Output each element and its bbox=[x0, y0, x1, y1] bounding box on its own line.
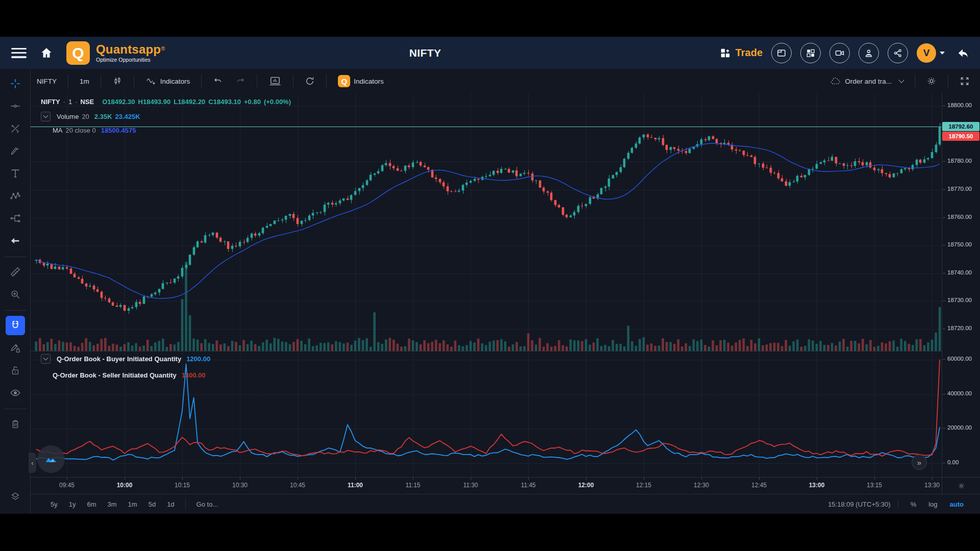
account-menu[interactable]: V bbox=[917, 43, 945, 63]
order-panel-button[interactable]: Order and tra... bbox=[824, 77, 910, 86]
app: Q Quantsapp® Optimize Opportunities NIFT… bbox=[0, 0, 980, 551]
zoom-in-tool[interactable] bbox=[6, 285, 25, 304]
ohlc-low: L18492.20 bbox=[174, 98, 205, 106]
unlock-tool[interactable] bbox=[6, 361, 25, 380]
ohlc-open: O18492.30 bbox=[102, 98, 135, 106]
time-axis-label: 11:15 bbox=[397, 478, 429, 493]
range-button-5d[interactable]: 5d bbox=[143, 500, 161, 508]
time-axis-label: 09:45 bbox=[51, 478, 83, 493]
settings-button[interactable] bbox=[920, 76, 943, 86]
axis-settings-corner[interactable] bbox=[942, 477, 980, 494]
magnet-tool[interactable] bbox=[6, 316, 25, 335]
crosshair-tool[interactable] bbox=[6, 74, 25, 93]
volume-legend-row: Volume 20 2.35K 23.425K bbox=[41, 111, 291, 122]
xabcd-pattern-tool[interactable] bbox=[6, 186, 25, 206]
price-axis-label: 20000.00 bbox=[947, 424, 972, 431]
change-pct: (+0.00%) bbox=[264, 98, 291, 106]
time-axis[interactable]: 09:4510:0010:1510:3010:4511:0011:1511:30… bbox=[31, 477, 942, 494]
trade-grid-icon bbox=[720, 47, 731, 59]
back-button[interactable] bbox=[955, 46, 971, 60]
symbol-legend-row[interactable]: NIFTY· 1· NSE O18492.30 H18493.90 L18492… bbox=[41, 96, 291, 107]
gear-icon bbox=[958, 482, 965, 490]
menu-icon[interactable] bbox=[11, 48, 27, 58]
price-axis-label: 18800.00 bbox=[947, 102, 972, 108]
text-tool[interactable] bbox=[6, 164, 25, 183]
quantsapp-logo-icon: Q bbox=[66, 41, 90, 65]
home-icon[interactable] bbox=[40, 46, 53, 60]
indicators-button[interactable]: Indicators bbox=[139, 76, 197, 86]
price-axis-label: 60000.00 bbox=[947, 356, 972, 362]
toolbar-right: Order and tra... bbox=[824, 74, 980, 88]
redo-button[interactable] bbox=[229, 77, 252, 86]
price-axis-label: 18730.00 bbox=[947, 297, 972, 303]
log-scale-button[interactable]: log bbox=[923, 500, 942, 508]
window-button[interactable] bbox=[771, 43, 792, 63]
time-axis-label: 13:15 bbox=[858, 478, 891, 493]
share-button[interactable] bbox=[888, 43, 908, 63]
ma-legend-row[interactable]: MA 20 close 0 18500.4575 bbox=[53, 124, 291, 136]
volume-ma-value: 23.425K bbox=[115, 113, 140, 120]
trade-button[interactable]: Trade bbox=[720, 47, 763, 59]
brand[interactable]: Q Quantsapp® Optimize Opportunities bbox=[66, 41, 165, 65]
undo-button[interactable] bbox=[207, 77, 229, 86]
range-button-1y[interactable]: 1y bbox=[63, 500, 82, 508]
percent-scale-button[interactable]: % bbox=[905, 500, 922, 508]
refresh-button[interactable] bbox=[299, 76, 321, 86]
chart-toolbar: NIFTY 1m Indicators bbox=[31, 69, 980, 94]
clock[interactable]: 15:18:09 (UTC+5:30) bbox=[828, 500, 890, 508]
video-button[interactable] bbox=[829, 43, 850, 63]
trendline-tool[interactable] bbox=[6, 96, 25, 116]
last-price-badge: 18792.60 bbox=[942, 122, 979, 131]
price-axis[interactable] bbox=[942, 93, 980, 477]
chart-watermark-button[interactable] bbox=[37, 445, 65, 473]
pitchfork-tool[interactable] bbox=[6, 119, 25, 138]
goto-button[interactable]: Go to... bbox=[191, 500, 224, 508]
screen: Q Quantsapp® Optimize Opportunities NIFT… bbox=[0, 37, 980, 514]
collapse-orderbook-button[interactable] bbox=[41, 354, 51, 364]
time-axis-label: 10:00 bbox=[108, 478, 141, 493]
chart-style-button[interactable] bbox=[106, 76, 129, 86]
collapse-sidebar-handle[interactable]: ‹ bbox=[29, 453, 36, 473]
auto-scale-button[interactable]: auto bbox=[945, 500, 969, 508]
remove-drawings-tool[interactable] bbox=[6, 414, 25, 434]
brush-tool[interactable] bbox=[6, 141, 25, 161]
orderbook-legend: Q-Order Book - Buyer Initiated Quantity … bbox=[41, 353, 210, 381]
range-button-5y[interactable]: 5y bbox=[45, 500, 63, 508]
cloud-icon bbox=[830, 77, 841, 86]
scroll-to-latest-button[interactable]: » bbox=[912, 455, 927, 470]
time-axis-label: 12:00 bbox=[570, 478, 602, 493]
change: +0.80 bbox=[244, 98, 261, 106]
ohlc-close: C18493.10 bbox=[208, 98, 241, 106]
price-chart-canvas[interactable] bbox=[31, 93, 942, 477]
drawing-lock-tool[interactable] bbox=[6, 338, 25, 358]
hide-panel-arrow[interactable] bbox=[6, 231, 25, 251]
bottom-right: 15:18:09 (UTC+5:30) % log auto bbox=[828, 499, 969, 509]
collapse-volume-button[interactable] bbox=[41, 112, 51, 121]
seller-value: 1300.00 bbox=[182, 371, 206, 379]
price-axis-label: 40000.00 bbox=[947, 390, 972, 396]
dashboard-button[interactable] bbox=[800, 43, 821, 63]
range-button-3m[interactable]: 3m bbox=[102, 500, 122, 508]
eye-tool[interactable] bbox=[6, 383, 25, 403]
object-tree-tool[interactable] bbox=[6, 487, 25, 507]
fullscreen-button[interactable] bbox=[953, 76, 980, 86]
brand-name: Quantsapp bbox=[96, 42, 161, 56]
range-button-1m[interactable]: 1m bbox=[122, 500, 143, 508]
seller-legend-row: Q-Order Book - Seller Initiated Quantity… bbox=[53, 369, 210, 381]
forecast-tool[interactable] bbox=[6, 209, 25, 228]
brand-reg: ® bbox=[161, 45, 165, 51]
q-indicators-button[interactable]: Q Indicators bbox=[332, 75, 390, 87]
time-axis-label: 11:30 bbox=[454, 478, 487, 493]
range-button-1d[interactable]: 1d bbox=[161, 500, 180, 508]
symbol-search-button[interactable]: NIFTY bbox=[31, 78, 63, 85]
community-button[interactable] bbox=[859, 43, 879, 63]
range-button-6m[interactable]: 6m bbox=[81, 500, 102, 508]
candles-icon bbox=[112, 76, 122, 86]
snapshot-button[interactable] bbox=[262, 76, 288, 87]
mountains-icon bbox=[44, 452, 58, 466]
time-axis-label: 12:15 bbox=[627, 478, 660, 493]
interval-button[interactable]: 1m bbox=[74, 78, 95, 85]
header: Q Quantsapp® Optimize Opportunities NIFT… bbox=[0, 37, 980, 69]
drawing-sidebar bbox=[0, 69, 31, 514]
ruler-tool[interactable] bbox=[6, 262, 25, 282]
